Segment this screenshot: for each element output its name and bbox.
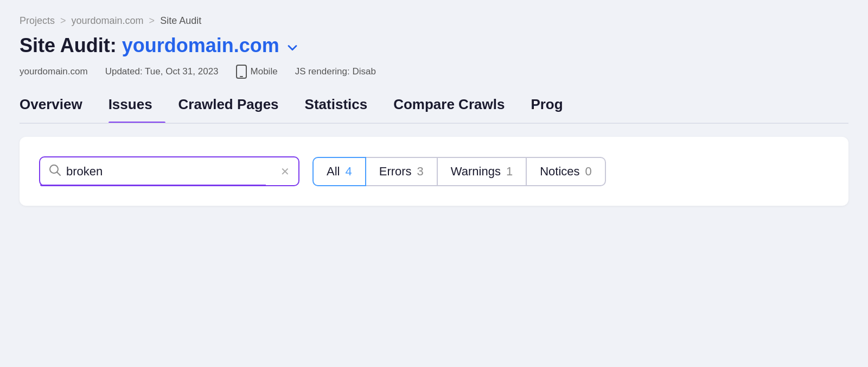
filter-warnings-count: 1 xyxy=(506,164,513,179)
filter-notices-count: 0 xyxy=(585,164,592,179)
search-icon xyxy=(49,164,61,179)
search-input[interactable] xyxy=(66,164,275,179)
breadcrumb-sep-2: > xyxy=(149,15,155,27)
nav-tabs: Overview Issues Crawled Pages Statistics… xyxy=(20,96,848,124)
filter-warnings-label: Warnings xyxy=(451,164,501,179)
meta-domain: yourdomain.com xyxy=(20,66,88,77)
tab-issues[interactable]: Issues xyxy=(108,96,165,123)
filter-group: All 4 Errors 3 Warnings 1 Notices 0 xyxy=(312,157,606,186)
clear-search-icon[interactable]: ✕ xyxy=(280,165,290,178)
device-label: Mobile xyxy=(251,66,278,77)
filter-all-button[interactable]: All 4 xyxy=(312,157,366,186)
page-title-row: Site Audit: yourdomain.com xyxy=(20,34,848,57)
filter-errors-count: 3 xyxy=(417,164,424,179)
meta-row: yourdomain.com Updated: Tue, Oct 31, 202… xyxy=(20,65,848,79)
breadcrumb-projects[interactable]: Projects xyxy=(20,15,55,27)
page-container: Projects > yourdomain.com > Site Audit S… xyxy=(0,0,868,367)
domain-dropdown-chevron[interactable] xyxy=(285,40,298,53)
filter-all-count: 4 xyxy=(345,164,352,179)
breadcrumb-domain[interactable]: yourdomain.com xyxy=(72,15,144,27)
filter-errors-button[interactable]: Errors 3 xyxy=(366,157,438,186)
meta-device: Mobile xyxy=(236,65,278,79)
meta-js-rendering: JS rendering: Disab xyxy=(295,66,376,77)
svg-point-2 xyxy=(50,165,58,173)
breadcrumb: Projects > yourdomain.com > Site Audit xyxy=(20,15,848,27)
breadcrumb-site-audit: Site Audit xyxy=(160,15,201,27)
meta-updated: Updated: Tue, Oct 31, 2023 xyxy=(105,66,219,77)
filter-all-label: All xyxy=(327,164,340,179)
breadcrumb-sep-1: > xyxy=(60,15,66,27)
search-wrapper: ✕ xyxy=(39,156,299,186)
filter-notices-button[interactable]: Notices 0 xyxy=(527,157,606,186)
filter-errors-label: Errors xyxy=(379,164,412,179)
tab-overview[interactable]: Overview xyxy=(20,96,95,123)
filter-notices-label: Notices xyxy=(540,164,579,179)
tab-compare-crawls[interactable]: Compare Crawls xyxy=(393,96,518,123)
page-title-domain[interactable]: yourdomain.com xyxy=(122,34,279,57)
svg-line-3 xyxy=(58,173,61,176)
tab-prog[interactable]: Prog xyxy=(531,96,576,123)
filter-warnings-button[interactable]: Warnings 1 xyxy=(438,157,527,186)
mobile-icon xyxy=(236,65,247,79)
page-title-static: Site Audit: xyxy=(20,34,117,57)
tab-statistics[interactable]: Statistics xyxy=(305,96,381,123)
svg-rect-1 xyxy=(240,76,243,77)
content-card: ✕ All 4 Errors 3 Warnings 1 Notices 0 xyxy=(20,137,848,206)
tab-crawled-pages[interactable]: Crawled Pages xyxy=(178,96,292,123)
search-underline xyxy=(40,185,266,186)
